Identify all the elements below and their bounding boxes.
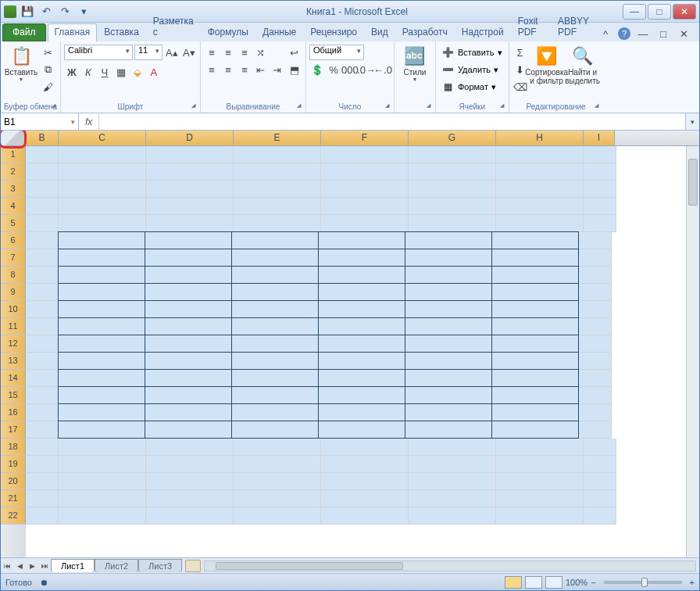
tab-data[interactable]: Данные (255, 23, 303, 41)
cell[interactable] (59, 198, 146, 215)
cell[interactable] (405, 249, 492, 267)
insert-cells-button[interactable]: ➕Вставить ▾ (439, 45, 505, 60)
cell[interactable] (26, 249, 59, 267)
bold-button[interactable]: Ж (64, 64, 80, 80)
cell[interactable] (59, 490, 146, 507)
format-cells-button[interactable]: ▦Формат ▾ (439, 79, 505, 95)
cell[interactable] (579, 353, 612, 370)
cell[interactable] (405, 266, 492, 284)
cell[interactable] (321, 439, 409, 456)
cell[interactable] (584, 490, 616, 507)
cell[interactable] (26, 507, 59, 525)
col-header-f[interactable]: F (321, 131, 409, 145)
cell[interactable] (58, 335, 145, 353)
scroll-thumb[interactable] (216, 562, 403, 570)
sheet-nav-first[interactable]: ⏮ (1, 562, 13, 570)
cell[interactable] (496, 163, 584, 181)
row-header[interactable]: 10 (1, 301, 26, 318)
cell[interactable] (318, 421, 405, 439)
cell[interactable] (496, 146, 584, 163)
cell[interactable] (321, 181, 409, 198)
cell[interactable] (231, 283, 319, 301)
cell[interactable] (584, 507, 616, 525)
fill-color-button[interactable]: ⬙ (130, 64, 145, 80)
cell[interactable] (321, 215, 409, 232)
cell[interactable] (318, 386, 405, 404)
cell[interactable] (405, 283, 492, 301)
cell[interactable] (26, 456, 59, 473)
name-box[interactable]: B1 (1, 113, 79, 130)
align-top-button[interactable]: ≡ (204, 45, 220, 60)
cell[interactable] (496, 507, 584, 525)
cell[interactable] (405, 386, 492, 404)
cell[interactable] (318, 300, 405, 318)
cell[interactable] (58, 266, 145, 284)
cell[interactable] (409, 456, 496, 473)
cell[interactable] (26, 473, 59, 490)
merge-button[interactable]: ⬒ (287, 62, 302, 77)
cell[interactable] (405, 231, 492, 249)
cell[interactable] (231, 369, 319, 387)
orientation-button[interactable]: ⤭ (253, 45, 269, 60)
cell[interactable] (59, 163, 146, 181)
cell[interactable] (26, 163, 59, 181)
tab-layout[interactable]: Разметка с (146, 13, 201, 41)
cell[interactable] (59, 439, 146, 456)
row-header[interactable]: 2 (1, 163, 26, 181)
macro-record-icon[interactable]: ⏺ (40, 578, 48, 587)
sort-filter-button[interactable]: 🔽 Сортировка и фильтр (530, 43, 564, 87)
font-size-combo[interactable]: 11 (134, 45, 162, 60)
cell[interactable] (145, 283, 232, 301)
cell[interactable] (145, 335, 232, 353)
minimize-button[interactable]: — (623, 4, 646, 20)
sheet-nav-last[interactable]: ⏭ (38, 562, 51, 570)
cell[interactable] (146, 456, 234, 473)
formula-input[interactable] (99, 116, 685, 127)
cell[interactable] (26, 387, 59, 404)
grow-font-button[interactable]: A▴ (164, 45, 180, 60)
cell[interactable] (321, 473, 409, 490)
cell[interactable] (231, 421, 319, 439)
cell[interactable] (579, 318, 612, 335)
cell[interactable] (579, 284, 612, 301)
cell[interactable] (318, 317, 405, 335)
expand-formula-bar-button[interactable]: ▾ (685, 113, 699, 130)
row-header[interactable]: 11 (1, 318, 26, 335)
cell[interactable] (145, 231, 232, 249)
sheet-tab-2[interactable]: Лист2 (95, 559, 138, 572)
row-header[interactable]: 17 (1, 421, 26, 439)
cell[interactable] (59, 146, 146, 163)
cell[interactable] (146, 439, 234, 456)
row-header[interactable]: 13 (1, 353, 26, 370)
indent-inc-button[interactable]: ⇥ (270, 62, 285, 77)
row-header[interactable]: 9 (1, 284, 26, 301)
cell[interactable] (58, 421, 145, 439)
shrink-font-button[interactable]: A▾ (181, 45, 197, 60)
cell[interactable] (145, 403, 232, 421)
view-pagebreak-button[interactable] (545, 576, 562, 589)
font-name-combo[interactable]: Calibri (64, 45, 133, 60)
cell[interactable] (321, 490, 409, 507)
select-all-button[interactable] (1, 131, 26, 145)
tab-insert[interactable]: Вставка (97, 23, 146, 41)
cell[interactable] (321, 507, 409, 525)
cell[interactable] (579, 301, 612, 318)
cell[interactable] (145, 249, 232, 267)
cell[interactable] (145, 266, 232, 284)
cell[interactable] (579, 404, 612, 421)
cell[interactable] (234, 163, 321, 181)
cell[interactable] (231, 317, 319, 335)
cell[interactable] (58, 403, 145, 421)
col-header-i[interactable]: I (584, 131, 615, 145)
row-header[interactable]: 16 (1, 404, 26, 421)
zoom-level[interactable]: 100% (566, 578, 588, 587)
cell[interactable] (145, 369, 232, 387)
cell[interactable] (318, 335, 405, 353)
percent-button[interactable]: % (326, 62, 341, 77)
cell[interactable] (146, 198, 234, 215)
cell[interactable] (58, 317, 145, 335)
cell[interactable] (58, 352, 145, 370)
number-format-combo[interactable]: Общий (309, 45, 364, 60)
font-color-button[interactable]: A (146, 64, 162, 80)
cell[interactable] (58, 249, 145, 267)
